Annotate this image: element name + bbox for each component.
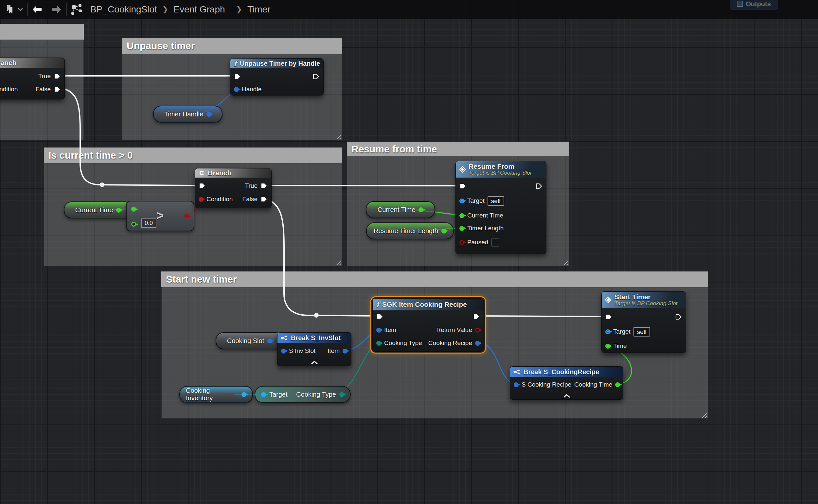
back-arrow-icon[interactable] [32, 5, 42, 14]
breadcrumb-timer[interactable]: Timer [247, 4, 270, 15]
pin-target[interactable] [261, 392, 266, 397]
exec-pin-false[interactable] [54, 86, 61, 93]
pin-compare-result[interactable] [184, 214, 189, 218]
pin-compare-a[interactable] [131, 207, 136, 212]
node-subtitle: Target is BP Cooking Slot [469, 170, 531, 176]
collapse-chevron-icon[interactable] [564, 394, 570, 398]
node-title: Break S_CookingRecipe [524, 368, 599, 376]
paused-checkbox[interactable] [491, 238, 499, 247]
exec-pin-in[interactable] [199, 182, 206, 189]
pin-cooking-time-out[interactable] [615, 382, 620, 387]
function-call-icon [605, 297, 612, 303]
outputs-button[interactable]: Outputs [730, 0, 778, 9]
pin-cooking-recipe-out[interactable] [475, 341, 480, 346]
pin-cooking-slot-out[interactable] [267, 339, 272, 343]
pin-timer-length[interactable] [460, 226, 464, 231]
pill-label: Resume Timer Length [374, 227, 438, 235]
pin-s-cooking-recipe[interactable] [514, 382, 519, 387]
graph-icon [71, 4, 82, 15]
pin-label: Target [613, 328, 631, 335]
pin-handle[interactable] [234, 87, 239, 92]
collapse-chevron-icon[interactable] [311, 361, 318, 364]
break-s-invslot-node[interactable]: Break S_InvSlot S Inv Slot Item [277, 332, 351, 366]
exec-pin-out[interactable] [473, 313, 480, 320]
compare-default-value[interactable]: 0.0 [141, 218, 156, 228]
pin-current-time-out[interactable] [419, 207, 424, 212]
greater-than-node[interactable]: 0.0 > [126, 201, 194, 231]
pin-label: Item [327, 347, 339, 355]
exec-pin-true[interactable] [260, 182, 268, 189]
wire-exec-sgk-starttimer [480, 316, 606, 317]
sgk-item-cooking-recipe-node[interactable]: f SGK Item Cooking Recipe Item Return Va… [372, 298, 484, 352]
function-icon: f [376, 300, 379, 309]
pin-time[interactable] [605, 344, 610, 349]
resume-timer-length-variable[interactable]: Resume Timer Length [366, 222, 454, 239]
pin-condition[interactable] [199, 197, 203, 202]
pin-label: Target [467, 197, 485, 204]
get-cooking-type-node[interactable]: Target Cooking Type [254, 386, 351, 403]
start-timer-node[interactable]: Start Timer Target is BP Cooking Slot Ta… [601, 291, 686, 353]
node-title: Resume From [469, 163, 531, 170]
breadcrumb-blueprint[interactable]: BP_CookingSlot [90, 4, 157, 15]
exec-pin-out[interactable] [312, 73, 320, 80]
pin-label: Cooking Time [574, 381, 612, 388]
reroute-node[interactable] [100, 182, 104, 187]
pin-label: Timer Length [467, 225, 504, 232]
pin-target[interactable] [605, 329, 610, 334]
exec-pin-in[interactable] [234, 73, 241, 80]
pin-label: True [245, 182, 257, 189]
pin-label: False [36, 86, 51, 93]
pin-label: Paused [467, 239, 488, 246]
unpause-timer-by-handle-node[interactable]: f Unpause Timer by Handle Handle [230, 58, 323, 96]
bookmark-icon[interactable] [6, 5, 14, 14]
branch-node-main[interactable]: Branch True Condition False [195, 168, 271, 208]
target-self-box[interactable]: self [488, 196, 505, 206]
exec-pin-in[interactable] [460, 182, 467, 190]
pin-resume-timer-length-out[interactable] [442, 229, 446, 234]
cooking-inventory-variable[interactable]: Cooking Inventory [179, 386, 253, 403]
node-title: SGK Item Cooking Recipe [382, 301, 467, 308]
pin-item[interactable] [376, 328, 381, 333]
break-struct-icon [514, 369, 521, 374]
exec-pin-false[interactable] [260, 196, 268, 203]
pin-current-time-out[interactable] [116, 208, 121, 213]
node-title: Break S_InvSlot [291, 334, 340, 342]
break-s-cookingrecipe-node[interactable]: Break S_CookingRecipe S Cooking Recipe C… [510, 366, 623, 400]
pin-compare-b[interactable] [131, 222, 136, 227]
node-title: Branch [208, 169, 231, 177]
chevron-down-icon[interactable] [18, 8, 23, 11]
current-time-variable[interactable]: Current Time [64, 201, 132, 218]
pin-paused[interactable] [460, 240, 464, 245]
pin-label: S Inv Slot [289, 347, 315, 355]
pin-label: Cooking Type [296, 391, 336, 398]
exec-pin-out[interactable] [675, 313, 682, 321]
target-self-box[interactable]: self [634, 327, 651, 337]
breadcrumb-event-graph[interactable]: Event Graph [173, 4, 225, 15]
forward-arrow-icon[interactable] [51, 5, 62, 14]
current-time-variable[interactable]: Current Time [366, 201, 435, 218]
pin-current-time[interactable] [460, 213, 464, 218]
pin-target[interactable] [460, 199, 464, 203]
exec-pin-in[interactable] [376, 313, 383, 320]
pin-item-out[interactable] [342, 349, 347, 354]
timer-handle-variable[interactable]: Timer Handle [153, 106, 222, 123]
cooking-slot-variable[interactable]: Cooking Slot [216, 332, 284, 349]
resume-from-node[interactable]: Resume From Target is BP Cooking Slot Ta… [456, 161, 547, 254]
breadcrumb-bar: BP_CookingSlot ❯ Event Graph ❯ Timer [0, 0, 818, 19]
exec-pin-in[interactable] [605, 313, 613, 321]
breadcrumb-separator: ❯ [236, 5, 242, 14]
pin-cooking-inventory-out[interactable] [241, 392, 246, 397]
pin-s-inv-slot[interactable] [281, 349, 286, 354]
exec-pin-out[interactable] [535, 182, 543, 190]
function-call-icon [459, 166, 466, 173]
pin-cooking-type[interactable] [376, 341, 381, 346]
exec-pin-true[interactable] [54, 73, 61, 80]
pin-cooking-type-out[interactable] [339, 392, 344, 397]
pin-label: True [38, 73, 51, 80]
pin-label: Time [613, 342, 627, 350]
reroute-node[interactable] [314, 313, 319, 318]
pin-timer-handle-out[interactable] [206, 112, 211, 117]
branch-node-top[interactable]: Branch True Condition False [0, 58, 65, 99]
pin-return-value[interactable] [475, 328, 480, 333]
pill-label: Cooking Inventory [186, 387, 238, 402]
